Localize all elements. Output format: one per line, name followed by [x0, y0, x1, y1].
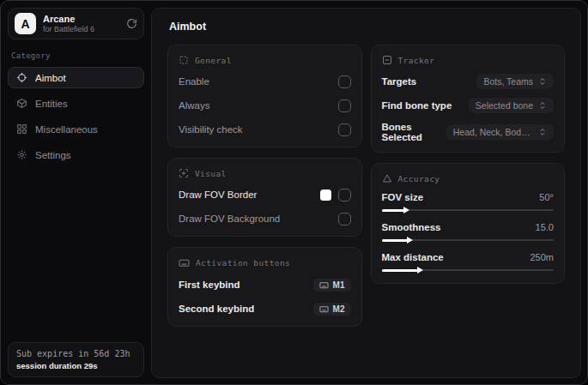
triangle-icon	[382, 173, 392, 183]
setting-row: Visibility check	[179, 122, 351, 137]
app-title: Arcane	[43, 14, 119, 25]
slider-thumb[interactable]	[407, 237, 413, 244]
setting-row: Always	[179, 98, 351, 113]
smoothness-slider[interactable]	[382, 237, 555, 244]
visibility-check-checkbox[interactable]	[338, 123, 351, 136]
setting-row: Bones Selected Head, Neck, Body, Pe..	[382, 122, 555, 142]
card-title-label: Activation buttons	[196, 258, 290, 268]
accuracy-card: Accuracy FOV size 50°	[371, 163, 566, 284]
focus-plus-icon	[179, 168, 189, 178]
sidebar-item-label: Aimbot	[35, 73, 66, 83]
dropdown-value: Bots, Teams	[483, 76, 533, 87]
setting-label: Visibility check	[179, 124, 243, 135]
targets-dropdown[interactable]: Bots, Teams	[476, 74, 554, 89]
subscription-status-card: Sub expires in 56d 23h session duration …	[8, 342, 144, 377]
refresh-icon[interactable]	[126, 18, 137, 29]
setting-label: Second keybind	[179, 304, 254, 314]
gear-icon	[16, 149, 27, 160]
setting-row: Enable	[179, 74, 351, 89]
setting-row: Second keybind M2	[179, 301, 351, 316]
page-title: Aimbot	[169, 21, 567, 33]
slider-label: FOV size	[382, 192, 424, 202]
tracker-card: Tracker Targets Bots, Teams	[371, 45, 566, 153]
entities-icon	[16, 98, 27, 109]
setting-row: First keybind M1	[179, 277, 351, 292]
minus-square-icon	[382, 55, 392, 65]
slider-value: 250m	[530, 252, 554, 262]
slider-value: 50°	[539, 192, 554, 202]
setting-label: Draw FOV Border	[179, 189, 257, 200]
chevrons-up-down-icon	[538, 101, 547, 110]
setting-label: Find bone type	[382, 100, 452, 111]
slider-value: 15.0	[536, 222, 554, 232]
activation-buttons-card: Activation buttons First keybind M1	[167, 247, 362, 327]
sidebar-item-settings[interactable]: Settings	[8, 144, 144, 165]
sidebar-item-entities[interactable]: Entities	[8, 93, 144, 114]
app-subtitle: for Battlefield 6	[43, 25, 119, 33]
enable-checkbox[interactable]	[338, 75, 351, 88]
keybind-value: M2	[333, 304, 345, 314]
keybind-value: M1	[333, 280, 345, 290]
first-keybind-button[interactable]: M1	[313, 279, 351, 292]
card-title-label: General	[195, 56, 232, 65]
app-logo: A	[15, 13, 36, 34]
card-title-label: Visual	[195, 169, 227, 178]
general-card: General Enable Always Visibility check	[167, 45, 362, 147]
second-keybind-button[interactable]: M2	[313, 303, 351, 316]
setting-label: Draw FOV Background	[179, 214, 280, 224]
sidebar-nav: Aimbot Entities Miscellaneous	[8, 67, 144, 165]
keyboard-icon	[319, 280, 329, 290]
grid-icon	[16, 123, 27, 135]
main-panel: Aimbot General Enable	[151, 8, 581, 378]
session-duration-text: session duration 29s	[16, 361, 136, 370]
card-title-label: Accuracy	[398, 174, 440, 183]
slider-thumb[interactable]	[417, 267, 423, 274]
sidebar-item-aimbot[interactable]: Aimbot	[8, 67, 144, 88]
sidebar-item-miscellaneous[interactable]: Miscellaneous	[8, 118, 144, 140]
chevrons-up-down-icon	[538, 77, 547, 86]
setting-row: Find bone type Selected bone	[382, 98, 555, 113]
draw-fov-background-checkbox[interactable]	[338, 213, 351, 226]
fov-size-slider-group: FOV size 50°	[382, 192, 555, 214]
smoothness-slider-group: Smoothness 15.0	[382, 222, 555, 244]
bones-selected-dropdown[interactable]: Head, Neck, Body, Pe..	[446, 124, 554, 140]
setting-row: Targets Bots, Teams	[382, 74, 555, 89]
setting-label: Always	[179, 100, 209, 111]
sidebar-header: A Arcane for Battlefield 6	[8, 8, 144, 39]
box-select-icon	[179, 55, 189, 65]
left-column: General Enable Always Visibility check	[167, 45, 362, 327]
app-window: A Arcane for Battlefield 6 Category Aimb…	[0, 0, 588, 385]
sidebar: A Arcane for Battlefield 6 Category Aimb…	[1, 1, 151, 384]
always-checkbox[interactable]	[338, 99, 351, 112]
sidebar-item-label: Settings	[35, 150, 71, 160]
setting-label: Targets	[382, 76, 417, 87]
chevrons-up-down-icon	[538, 128, 547, 136]
setting-label: Enable	[179, 76, 209, 87]
setting-label: First keybind	[179, 280, 240, 290]
dropdown-value: Head, Neck, Body, Pe..	[453, 127, 533, 137]
slider-label: Max distance	[382, 252, 444, 262]
right-column: Tracker Targets Bots, Teams	[371, 45, 566, 284]
keyboard-icon	[319, 304, 329, 314]
sidebar-item-label: Miscellaneous	[35, 124, 98, 135]
keyboard-icon	[179, 257, 190, 268]
draw-fov-border-checkbox[interactable]	[338, 189, 351, 202]
slider-label: Smoothness	[382, 222, 441, 232]
setting-label: Bones Selected	[382, 122, 446, 142]
fov-border-color-swatch[interactable]	[320, 189, 331, 201]
fov-size-slider[interactable]	[382, 207, 555, 214]
card-title-label: Tracker	[398, 56, 435, 65]
sub-expires-text: Sub expires in 56d 23h	[16, 349, 136, 358]
max-distance-slider-group: Max distance 250m	[382, 252, 555, 274]
setting-row: Draw FOV Background	[179, 211, 351, 226]
setting-row: Draw FOV Border	[179, 187, 351, 202]
visual-card: Visual Draw FOV Border Draw FOV Backgrou…	[167, 158, 362, 237]
category-label: Category	[11, 51, 141, 60]
crosshair-icon	[16, 72, 27, 83]
find-bone-type-dropdown[interactable]: Selected bone	[469, 98, 554, 113]
dropdown-value: Selected bone	[476, 100, 533, 111]
max-distance-slider[interactable]	[382, 267, 555, 274]
slider-thumb[interactable]	[403, 207, 409, 214]
sidebar-item-label: Entities	[35, 99, 68, 109]
